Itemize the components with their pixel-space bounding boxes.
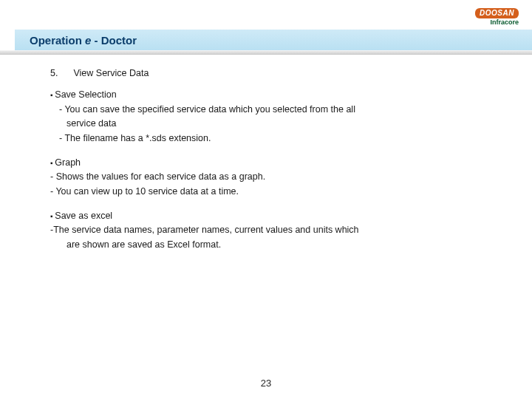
- save-excel-title: Save as excel: [50, 209, 502, 223]
- title-prefix: Operation: [30, 34, 85, 47]
- title-bar: Operation e - Doctor: [15, 30, 532, 50]
- graph-block: Graph - Shows the values for each servic…: [50, 156, 502, 199]
- save-excel-line1a: -The service data names, parameter names…: [50, 223, 502, 237]
- graph-line1: - Shows the values for each service data…: [50, 170, 502, 184]
- save-excel-line1b: are shown are saved as Excel format.: [50, 238, 502, 252]
- save-selection-block: Save Selection - You can save the specif…: [50, 88, 502, 146]
- graph-line2: - You can view up to 10 service data at …: [50, 185, 502, 199]
- save-excel-block: Save as excel -The service data names, p…: [50, 209, 502, 252]
- save-selection-line2: - The filename has a *.sds extension.: [50, 132, 502, 146]
- section-number: 5.: [50, 66, 71, 81]
- graph-title: Graph: [50, 156, 502, 170]
- section-heading: 5. View Service Data: [50, 66, 502, 81]
- brand-logo: DOOSAN Infracore: [475, 6, 519, 26]
- brand-logo-sub: Infracore: [475, 19, 519, 26]
- section-title: View Service Data: [73, 68, 149, 78]
- brand-logo-top: DOOSAN: [475, 8, 519, 18]
- content-area: 5. View Service Data Save Selection - Yo…: [50, 66, 502, 262]
- page-number: 23: [0, 378, 532, 389]
- save-selection-line1a: - You can save the specified service dat…: [50, 103, 502, 117]
- save-selection-title: Save Selection: [50, 88, 502, 102]
- divider: [0, 50, 532, 55]
- page-title: Operation e - Doctor: [30, 34, 137, 47]
- title-suffix: - Doctor: [91, 34, 137, 47]
- save-selection-line1b: service data: [50, 117, 502, 131]
